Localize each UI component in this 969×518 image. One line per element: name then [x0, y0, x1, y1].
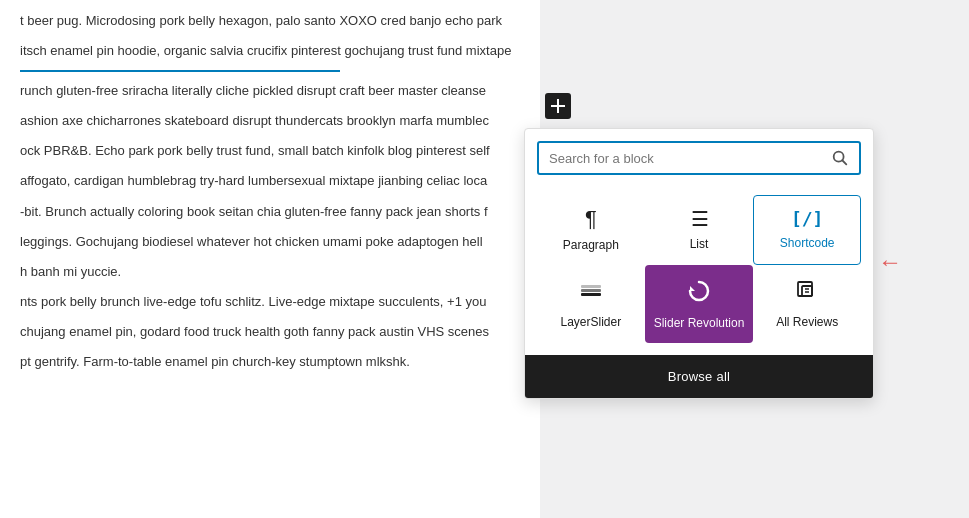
list-icon: ☰	[691, 209, 708, 229]
block-item-shortcode[interactable]: [/] Shortcode	[753, 195, 861, 265]
search-container	[525, 129, 873, 187]
search-input[interactable]	[549, 151, 831, 166]
content-paragraph-2: itsch enamel pin hoodie, organic salvia …	[20, 40, 520, 62]
block-inserter-panel: ¶ Paragraph ☰ List [/] Shortcode LayerSl…	[524, 128, 874, 399]
paragraph-icon: ¶	[585, 208, 597, 230]
content-text: t beer pug. Microdosing pork belly hexag…	[20, 10, 520, 373]
content-paragraph-7: -bit. Brunch actually coloring book seit…	[20, 201, 520, 223]
slider-revolution-icon	[686, 278, 712, 308]
block-item-paragraph[interactable]: ¶ Paragraph	[537, 195, 645, 265]
all-reviews-label: All Reviews	[776, 315, 838, 329]
browse-all-button[interactable]: Browse all	[525, 355, 873, 398]
content-paragraph-4: ashion axe chicharrones skateboard disru…	[20, 110, 520, 132]
content-paragraph-11: chujang enamel pin, godard food truck he…	[20, 321, 520, 343]
content-paragraph-9: h banh mi yuccie.	[20, 261, 520, 283]
svg-rect-4	[581, 285, 601, 288]
svg-rect-7	[802, 286, 812, 296]
layerslider-label: LayerSlider	[560, 315, 621, 329]
svg-marker-5	[690, 286, 695, 291]
search-icon	[831, 149, 849, 167]
block-item-list[interactable]: ☰ List	[645, 195, 754, 265]
content-paragraph-8: leggings. Gochujang biodiesel whatever h…	[20, 231, 520, 253]
content-paragraph-1: t beer pug. Microdosing pork belly hexag…	[20, 10, 520, 32]
content-paragraph-6: affogato, cardigan humblebrag try-hard l…	[20, 170, 520, 192]
content-paragraph-12: pt gentrify. Farm-to-table enamel pin ch…	[20, 351, 520, 373]
search-box	[537, 141, 861, 175]
content-paragraph-3: runch gluten-free sriracha literally cli…	[20, 80, 520, 102]
layerslider-icon	[579, 279, 603, 307]
block-item-slider-revolution[interactable]: Slider Revolution	[645, 265, 754, 343]
add-block-button[interactable]	[545, 93, 571, 119]
list-label: List	[690, 237, 709, 251]
block-item-all-reviews[interactable]: All Reviews	[753, 265, 861, 343]
arrow-indicator: ←	[878, 248, 902, 276]
shortcode-label: Shortcode	[780, 236, 835, 250]
shortcode-icon: [/]	[791, 210, 824, 228]
svg-rect-3	[581, 289, 601, 292]
svg-line-1	[842, 160, 846, 164]
content-area: t beer pug. Microdosing pork belly hexag…	[0, 0, 540, 518]
block-grid: ¶ Paragraph ☰ List [/] Shortcode LayerSl…	[525, 187, 873, 355]
content-paragraph-5: ock PBR&B. Echo park pork belly trust fu…	[20, 140, 520, 162]
content-paragraph-10: nts pork belly brunch live-edge tofu sch…	[20, 291, 520, 313]
blue-line	[20, 70, 340, 72]
paragraph-label: Paragraph	[563, 238, 619, 252]
block-item-layerslider[interactable]: LayerSlider	[537, 265, 645, 343]
slider-revolution-label: Slider Revolution	[654, 316, 745, 330]
svg-rect-2	[581, 293, 601, 296]
all-reviews-icon	[795, 279, 819, 307]
